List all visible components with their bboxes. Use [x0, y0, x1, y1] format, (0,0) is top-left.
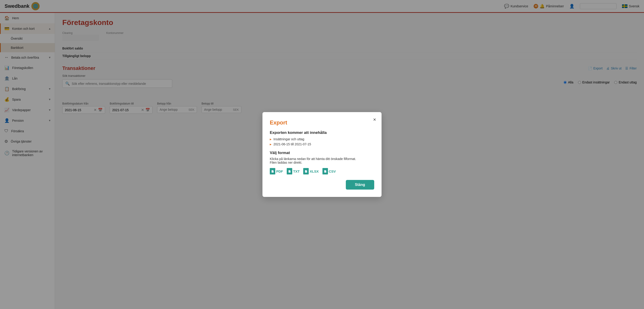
pdf-label: PDF — [276, 169, 283, 173]
txt-label: TXT — [293, 169, 300, 173]
modal-list-item-1-text: Insättningar och uttag — [274, 137, 304, 141]
pdf-link[interactable]: 📄 PDF — [270, 168, 283, 174]
csv-file-icon: 📄 — [322, 168, 328, 174]
csv-label: CSV — [329, 169, 336, 173]
modal-list-item-1: Insättningar och uttag — [270, 137, 374, 141]
export-modal: Export × Exporten kommer att innehålla I… — [262, 112, 382, 197]
modal-title: Export — [270, 119, 374, 126]
stang-button[interactable]: Stäng — [346, 180, 374, 190]
modal-close-button[interactable]: × — [373, 117, 376, 123]
modal-section1-title: Exporten kommer att innehålla — [270, 130, 374, 135]
format-links: 📄 PDF 📄 TXT 📄 XLSX 📄 CSV — [270, 168, 374, 174]
pdf-file-icon: 📄 — [270, 168, 275, 174]
xlsx-link[interactable]: 📄 XLSX — [303, 168, 318, 174]
csv-link[interactable]: 📄 CSV — [322, 168, 336, 174]
modal-overlay[interactable]: Export × Exporten kommer att innehålla I… — [0, 0, 644, 309]
xlsx-label: XLSX — [310, 169, 318, 173]
txt-link[interactable]: 📄 TXT — [287, 168, 300, 174]
modal-section2-title: Välj format — [270, 151, 374, 155]
modal-list: Insättningar och uttag 2021-06-15 till 2… — [270, 137, 374, 146]
txt-file-icon: 📄 — [287, 168, 292, 174]
modal-format-desc: Klicka på länkarna nedan för att hämta d… — [270, 157, 374, 164]
xlsx-file-icon: 📄 — [303, 168, 309, 174]
modal-list-item-2-text: 2021-06-15 till 2021-07-15 — [274, 142, 311, 146]
modal-list-item-2: 2021-06-15 till 2021-07-15 — [270, 142, 374, 146]
